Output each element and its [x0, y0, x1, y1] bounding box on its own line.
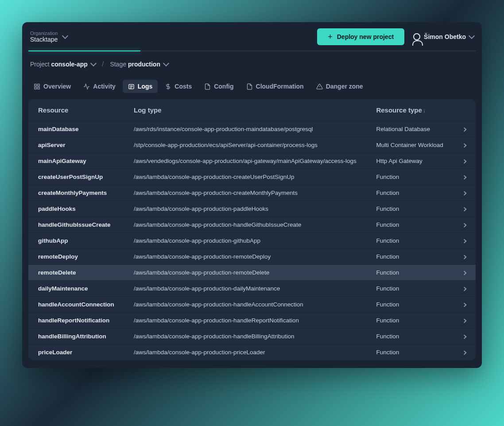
- cell-log-type: /aws/lambda/console-app-production-remot…: [124, 265, 366, 281]
- cell-log-type: /aws/lambda/console-app-production-creat…: [124, 169, 366, 185]
- file-icon: [246, 83, 253, 90]
- cell-resource: mainDatabase: [28, 121, 124, 137]
- cell-log-type: /aws/lambda/console-app-production-handl…: [124, 217, 366, 233]
- table-row[interactable]: createUserPostSignUp/aws/lambda/console-…: [28, 169, 476, 185]
- cell-resource: mainApiGateway: [28, 153, 124, 169]
- tab-activity[interactable]: Activity: [78, 80, 121, 93]
- cell-log-type: /aws/lambda/console-app-production-githu…: [124, 233, 366, 249]
- chevron-right-icon: [462, 255, 467, 259]
- row-expand[interactable]: [453, 201, 476, 217]
- cell-resource-type: Function: [366, 201, 453, 217]
- table-row[interactable]: remoteDelete/aws/lambda/console-app-prod…: [28, 265, 476, 281]
- table-row[interactable]: createMonthlyPayments/aws/lambda/console…: [28, 185, 476, 201]
- dollar-icon: [165, 83, 171, 90]
- row-expand[interactable]: [453, 313, 476, 329]
- cell-resource: handleReportNotification: [28, 313, 124, 329]
- cell-resource: dailyMaintenance: [28, 281, 124, 297]
- table-row[interactable]: dailyMaintenance/aws/lambda/console-app-…: [28, 281, 476, 297]
- tab-overview[interactable]: Overview: [28, 80, 76, 93]
- breadcrumb-separator: /: [102, 60, 104, 68]
- row-expand[interactable]: [453, 169, 476, 185]
- row-expand[interactable]: [453, 265, 476, 281]
- svg-rect-3: [38, 87, 39, 89]
- cell-log-type: /aws/lambda/console-app-production-paddl…: [124, 201, 366, 217]
- user-menu[interactable]: Šimon Obetko: [413, 33, 474, 40]
- tab-logs[interactable]: Logs: [123, 80, 158, 93]
- column-header-resource-type[interactable]: Resource type↓: [366, 99, 476, 121]
- table-row[interactable]: priceLoader/aws/lambda/console-app-produ…: [28, 345, 476, 360]
- row-expand[interactable]: [453, 281, 476, 297]
- table-row[interactable]: githubApp/aws/lambda/console-app-product…: [28, 233, 476, 249]
- header: Organization Stacktape + Deploy new proj…: [22, 22, 482, 51]
- cell-log-type: /aws/lambda/console-app-production-handl…: [124, 297, 366, 313]
- table-row[interactable]: mainDatabase/aws/rds/instance/console-ap…: [28, 121, 476, 137]
- cell-resource: apiServer: [28, 137, 124, 153]
- app-frame: Organization Stacktape + Deploy new proj…: [22, 22, 482, 368]
- row-expand[interactable]: [453, 233, 476, 249]
- cell-resource-type: Http Api Gateway: [366, 153, 453, 169]
- organization-selector[interactable]: Organization Stacktape: [30, 31, 67, 43]
- cell-log-type: /aws/rds/instance/console-app-production…: [124, 121, 366, 137]
- tab-cloudformation[interactable]: CloudFormation: [241, 80, 309, 93]
- breadcrumb-project[interactable]: Project console-app: [30, 61, 96, 68]
- breadcrumb: Project console-app / Stage production: [22, 51, 482, 72]
- cell-resource: createMonthlyPayments: [28, 185, 124, 201]
- table-row[interactable]: handleBillingAttribution/aws/lambda/cons…: [28, 329, 476, 345]
- cell-log-type: /aws/vendedlogs/console-app-production/a…: [124, 153, 366, 169]
- row-expand[interactable]: [453, 345, 476, 360]
- tab-danger[interactable]: Danger zone: [311, 80, 368, 93]
- chevron-right-icon: [462, 319, 467, 323]
- chevron-right-icon: [462, 191, 467, 196]
- chevron-right-icon: [462, 175, 467, 180]
- cell-resource: handleGithubIssueCreate: [28, 217, 124, 233]
- table-row[interactable]: apiServer/stp/console-app-production/ecs…: [28, 137, 476, 153]
- tab-config[interactable]: Config: [199, 80, 239, 93]
- cell-resource-type: Function: [366, 233, 453, 249]
- list-icon: [128, 83, 135, 90]
- chevron-right-icon: [462, 287, 467, 291]
- sort-desc-icon: ↓: [423, 108, 426, 114]
- user-icon: [413, 33, 420, 40]
- row-expand[interactable]: [453, 329, 476, 345]
- table-row[interactable]: remoteDeploy/aws/lambda/console-app-prod…: [28, 249, 476, 265]
- chevron-right-icon: [462, 303, 467, 307]
- chevron-down-icon: [90, 60, 97, 66]
- chevron-right-icon: [462, 239, 467, 244]
- table-row[interactable]: handleAccountConnection/aws/lambda/conso…: [28, 297, 476, 313]
- tab-label: CloudFormation: [256, 83, 304, 90]
- user-name: Šimon Obetko: [424, 33, 466, 40]
- tabs: OverviewActivityLogsCostsConfigCloudForm…: [22, 72, 482, 99]
- tab-costs[interactable]: Costs: [159, 80, 197, 93]
- cell-resource-type: Function: [366, 169, 453, 185]
- row-expand[interactable]: [453, 217, 476, 233]
- grid-icon: [34, 83, 40, 90]
- chevron-right-icon: [462, 351, 467, 355]
- cell-resource: handleAccountConnection: [28, 297, 124, 313]
- cell-log-type: /aws/lambda/console-app-production-handl…: [124, 329, 366, 345]
- row-expand[interactable]: [453, 297, 476, 313]
- cell-resource-type: Function: [366, 297, 453, 313]
- progress-fill: [28, 50, 140, 51]
- cell-log-type: /aws/lambda/console-app-production-handl…: [124, 313, 366, 329]
- cell-resource: createUserPostSignUp: [28, 169, 124, 185]
- chevron-right-icon: [462, 207, 467, 212]
- column-header-log-type[interactable]: Log type: [124, 99, 366, 121]
- cell-log-type: /aws/lambda/console-app-production-creat…: [124, 185, 366, 201]
- cell-resource-type: Function: [366, 313, 453, 329]
- row-expand[interactable]: [453, 185, 476, 201]
- row-expand[interactable]: [453, 249, 476, 265]
- chevron-right-icon: [462, 143, 467, 148]
- row-expand[interactable]: [453, 153, 476, 169]
- table-row[interactable]: handleGithubIssueCreate/aws/lambda/conso…: [28, 217, 476, 233]
- cell-resource: remoteDelete: [28, 265, 124, 281]
- table-row[interactable]: paddleHooks/aws/lambda/console-app-produ…: [28, 201, 476, 217]
- row-expand[interactable]: [453, 121, 476, 137]
- column-header-resource[interactable]: Resource: [28, 99, 124, 121]
- breadcrumb-stage[interactable]: Stage production: [110, 61, 168, 68]
- table-row[interactable]: mainApiGateway/aws/vendedlogs/console-ap…: [28, 153, 476, 169]
- row-expand[interactable]: [453, 137, 476, 153]
- cell-resource-type: Function: [366, 265, 453, 281]
- table-row[interactable]: handleReportNotification/aws/lambda/cons…: [28, 313, 476, 329]
- chevron-right-icon: [462, 335, 467, 339]
- deploy-new-project-button[interactable]: + Deploy new project: [317, 28, 404, 45]
